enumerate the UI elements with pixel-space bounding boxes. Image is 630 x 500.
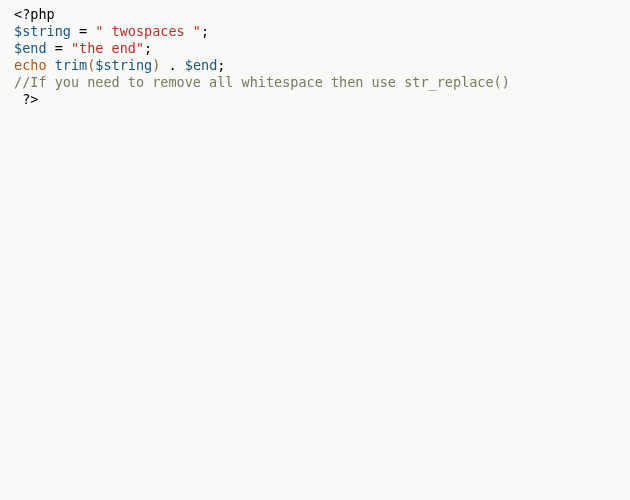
space [160,57,168,73]
trim-function: trim [55,57,88,73]
string-literal: "the end" [71,40,144,56]
variable-end: $end [14,40,47,56]
space [47,57,55,73]
assign-op: = [47,40,71,56]
semicolon: ; [144,40,152,56]
assign-op: = [71,23,95,39]
semicolon: ; [201,23,209,39]
leading-space [14,91,22,107]
php-open-tag: <?php [14,6,55,22]
variable-end-ref: $end [185,57,218,73]
php-close-tag: ?> [22,91,38,107]
concat-op: . [169,57,177,73]
space [177,57,185,73]
variable-string: $string [14,23,71,39]
semicolon: ; [217,57,225,73]
php-code-block: <?php $string = " twospaces "; $end = "t… [0,0,630,114]
string-literal: " twospaces " [95,23,201,39]
echo-keyword: echo [14,57,47,73]
variable-string-arg: $string [95,57,152,73]
comment-line: //If you need to remove all whitespace t… [14,74,510,90]
